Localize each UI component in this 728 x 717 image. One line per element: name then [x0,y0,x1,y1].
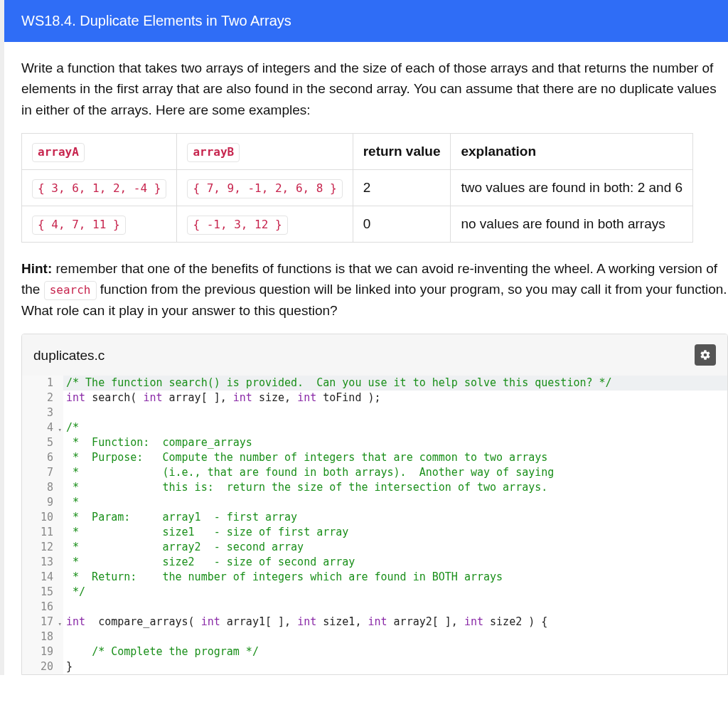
code-line[interactable]: 1/* The function search() is provided. C… [22,376,727,391]
code-line[interactable]: 6 * Purpose: Compute the number of integ… [22,450,727,465]
code-content[interactable]: int compare_arrays( int array1[ ], int s… [63,615,547,630]
code-content[interactable]: * Return: the number of integers which a… [63,570,503,585]
code-content[interactable]: int search( int array[ ], int size, int … [63,391,381,405]
code-line[interactable]: 20} [22,659,727,674]
code-line[interactable]: 13 * size2 - size of second array [22,555,727,570]
hint-label: Hint: [21,261,52,276]
line-number: 15 [22,585,63,600]
table-row: { 3, 6, 1, 2, -4 } { 7, 9, -1, 2, 6, 8 }… [22,170,693,206]
examples-table: arrayA arrayB return value explanation {… [21,133,693,242]
cell-arrayB: { 7, 9, -1, 2, 6, 8 } [187,179,342,198]
code-line[interactable]: 10 * Param: array1 - first array [22,510,727,525]
search-chip: search [44,281,97,300]
code-line[interactable]: 14 * Return: the number of integers whic… [22,570,727,585]
code-line[interactable]: 11 * size1 - size of first array [22,525,727,540]
cell-arrayA: { 4, 7, 11 } [32,216,126,235]
settings-button[interactable] [695,344,716,366]
code-line[interactable]: 12 * array2 - second array [22,540,727,555]
code-line[interactable]: 9 * [22,495,727,510]
code-line[interactable]: 7 * (i.e., that are found in both arrays… [22,465,727,480]
line-number: 5 [22,435,63,450]
code-line[interactable]: 16 [22,600,727,615]
line-number: 4▾ [22,420,63,435]
cell-arrayB: { -1, 3, 12 } [187,216,287,235]
prompt-text: Write a function that takes two arrays o… [21,58,728,120]
code-content[interactable]: * Purpose: Compute the number of integer… [63,450,547,465]
code-line[interactable]: 15 */ [22,585,727,600]
code-content[interactable] [63,405,66,420]
hint-after: function from the previous question will… [21,282,727,318]
line-number: 8 [22,480,63,495]
line-number: 6 [22,450,63,465]
line-number: 11 [22,525,63,540]
code-line[interactable]: 5 * Function: compare_arrays [22,435,727,450]
code-line[interactable]: 4▾/* [22,420,727,435]
col-return: return value [353,134,451,170]
code-content[interactable]: /* [63,420,79,435]
gear-icon [700,349,711,361]
code-line[interactable]: 8 * this is: return the size of the inte… [22,480,727,495]
line-number: 18 [22,630,63,644]
editor-filename: duplicates.c [33,345,105,366]
cell-explanation: no values are found in both arrays [451,206,693,242]
line-number: 1 [22,376,63,391]
line-number: 20 [22,659,63,674]
line-number: 14 [22,570,63,585]
cell-return: 2 [353,170,451,206]
code-content[interactable]: * (i.e., that are found in both arrays).… [63,465,554,480]
code-content[interactable]: * size1 - size of first array [63,525,348,540]
code-content[interactable]: */ [63,585,85,600]
code-content[interactable]: * array2 - second array [63,540,304,555]
title-text: WS18.4. Duplicate Elements in Two Arrays [21,13,291,28]
code-content[interactable] [63,600,66,615]
code-line[interactable]: 19 /* Complete the program */ [22,644,727,659]
line-number: 10 [22,510,63,525]
code-content[interactable]: * Function: compare_arrays [63,435,252,450]
col-explanation: explanation [451,134,693,170]
hint-paragraph: Hint: remember that one of the benefits … [21,258,728,322]
code-content[interactable]: /* The function search() is provided. Ca… [63,376,612,391]
code-line[interactable]: 3 [22,405,727,420]
line-number: 16 [22,600,63,615]
col-arrayB: arrayB [177,134,353,170]
line-number: 7 [22,465,63,480]
line-number: 12 [22,540,63,555]
arrayA-chip: arrayA [32,143,85,162]
table-header-row: arrayA arrayB return value explanation [22,134,693,170]
code-line[interactable]: 2int search( int array[ ], int size, int… [22,391,727,405]
cell-explanation: two values are found in both: 2 and 6 [451,170,693,206]
arrayB-chip: arrayB [187,143,240,162]
code-content[interactable]: } [63,659,73,674]
line-number: 19 [22,644,63,659]
editor-header: duplicates.c [22,334,727,376]
code-content[interactable]: * [63,495,79,510]
code-content[interactable]: * Param: array1 - first array [63,510,297,525]
code-line[interactable]: 18 [22,630,727,644]
code-editor: duplicates.c 1/* The function search() i… [21,334,728,675]
line-number: 3 [22,405,63,420]
code-content[interactable]: /* Complete the program */ [63,644,259,659]
col-arrayA: arrayA [22,134,177,170]
cell-return: 0 [353,206,451,242]
code-line[interactable]: 17▾int compare_arrays( int array1[ ], in… [22,615,727,630]
line-number: 17▾ [22,615,63,630]
table-row: { 4, 7, 11 } { -1, 3, 12 } 0 no values a… [22,206,693,242]
line-number: 9 [22,495,63,510]
line-number: 2 [22,391,63,405]
cell-arrayA: { 3, 6, 1, 2, -4 } [32,179,166,198]
code-area[interactable]: 1/* The function search() is provided. C… [22,376,727,674]
page-title: WS18.4. Duplicate Elements in Two Arrays [0,0,728,42]
code-content[interactable]: * size2 - size of second array [63,555,355,570]
code-content[interactable]: * this is: return the size of the inters… [63,480,547,495]
line-number: 13 [22,555,63,570]
code-content[interactable] [63,630,66,644]
